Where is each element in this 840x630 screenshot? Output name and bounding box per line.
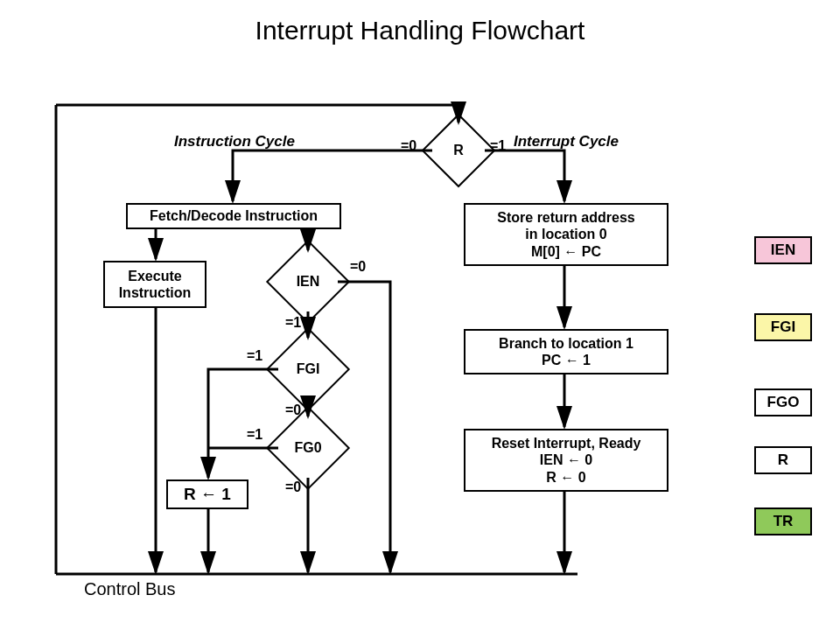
edge-FG0-eq1: =1 [247,427,262,443]
label-control-bus: Control Bus [84,579,176,599]
decision-FGI: FGI [278,340,338,399]
edge-R-eq1: =1 [490,138,506,154]
decision-FG0-label: FG0 [278,418,338,478]
decision-R-label: R [432,124,485,177]
edge-FGI-eq1: =1 [247,348,262,364]
legend-R: R [754,446,812,474]
edge-IEN-eq0: =0 [350,259,366,275]
decision-IEN-label: IEN [278,252,338,312]
legend-TR: TR [754,508,812,536]
edge-R-eq0: =0 [401,138,416,154]
legend-FGO: FGO [754,388,812,416]
box-reset: Reset Interrupt, Ready IEN ← 0 R ← 0 [464,429,668,492]
decision-FGI-label: FGI [278,340,338,399]
edge-FG0-eq0: =0 [285,480,301,495]
page-title: Interrupt Handling Flowchart [0,16,840,46]
flowchart-canvas: Interrupt Handling Flowchart Instruction… [0,0,840,630]
connectors [0,0,840,630]
decision-FG0: FG0 [278,418,338,478]
edge-IEN-eq1: =1 [285,315,301,331]
box-fetch-decode: Fetch/Decode Instruction [126,203,341,229]
box-r-set: R ← 1 [166,480,248,509]
box-branch: Branch to location 1 PC ← 1 [464,329,668,374]
box-store-return: Store return address in location 0 M[0] … [464,203,668,266]
legend-FGI: FGI [754,313,812,341]
decision-IEN: IEN [278,252,338,312]
label-interrupt-cycle: Interrupt Cycle [514,133,619,150]
box-execute: Execute Instruction [103,261,206,308]
label-instruction-cycle: Instruction Cycle [174,133,295,150]
legend-IEN: IEN [754,236,812,264]
decision-R: R [432,124,485,177]
